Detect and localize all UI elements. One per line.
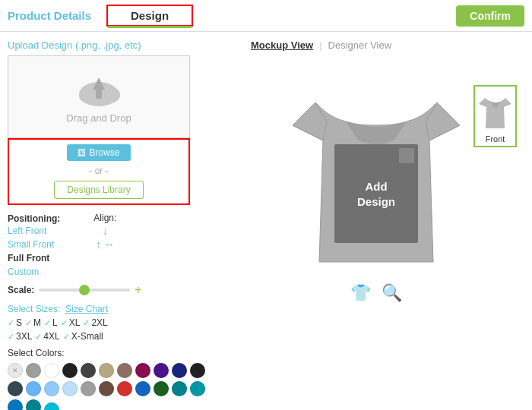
- color-swatch-21[interactable]: [190, 381, 205, 396]
- color-swatch-0[interactable]: ✕: [8, 363, 23, 378]
- svg-text:Design: Design: [357, 195, 395, 208]
- color-swatch-7[interactable]: [135, 363, 150, 378]
- color-swatch-10[interactable]: [190, 363, 205, 378]
- size-xl[interactable]: ✓XL: [61, 317, 81, 328]
- color-swatch-1[interactable]: [26, 363, 41, 378]
- align-horizontal: ↑ ↔: [96, 238, 115, 251]
- positioning-options: Left Front Small Front Full Front Custom: [8, 224, 63, 279]
- align-arrows: ↓ ↑ ↔: [96, 225, 115, 251]
- size-chart-link[interactable]: Size Chart: [65, 304, 108, 314]
- positioning-block: Positioning: Left Front Small Front Full…: [8, 213, 63, 279]
- color-swatch-9[interactable]: [172, 363, 187, 378]
- color-swatch-18[interactable]: [135, 381, 150, 396]
- colors-grid: ✕: [8, 363, 205, 410]
- upload-drop-area[interactable]: Drag and Drop: [8, 55, 190, 138]
- align-label: Align:: [93, 213, 116, 223]
- colors-title: Select Colors:: [8, 348, 228, 358]
- color-swatch-8[interactable]: [154, 363, 169, 378]
- sizes-row: ✓S ✓M ✓L ✓XL ✓2XL: [8, 317, 228, 328]
- color-swatch-17[interactable]: [117, 381, 132, 396]
- color-swatch-20[interactable]: [172, 381, 187, 396]
- color-swatch-2[interactable]: [44, 363, 59, 378]
- color-swatch-12[interactable]: [26, 381, 41, 396]
- color-swatch-22[interactable]: [8, 399, 23, 410]
- size-3xl[interactable]: ✓3XL: [8, 331, 32, 342]
- browse-button[interactable]: 🖼 Browse: [67, 144, 130, 161]
- color-swatch-6[interactable]: [117, 363, 132, 378]
- color-swatch-13[interactable]: [44, 381, 59, 396]
- size-s[interactable]: ✓S: [8, 317, 22, 328]
- color-swatch-19[interactable]: [154, 381, 169, 396]
- pos-custom[interactable]: Custom: [8, 265, 63, 279]
- tshirt-svg: Add Design: [277, 57, 475, 277]
- arrow-up[interactable]: ↑: [96, 238, 101, 251]
- or-separator: - or -: [89, 166, 108, 176]
- sizes-title: Select Sizes: Size Chart: [8, 304, 108, 314]
- upload-title: Upload Design (.png, .jpg, etc): [8, 39, 228, 51]
- image-icon: 🖼: [78, 148, 86, 157]
- color-swatch-3[interactable]: [62, 363, 78, 378]
- size-2xl[interactable]: ✓2XL: [83, 317, 107, 328]
- scale-slider[interactable]: [39, 289, 130, 292]
- color-swatch-4[interactable]: [81, 363, 96, 378]
- sizes-row-2: ✓3XL ✓4XL ✓X-Small: [8, 331, 228, 342]
- scale-label: Scale:: [8, 285, 34, 295]
- thumbnail-area: Front: [473, 85, 517, 147]
- right-panel: Mockup View | Designer View Add: [228, 39, 524, 402]
- arrow-center-h[interactable]: ↔: [104, 238, 115, 251]
- tshirt-icon[interactable]: 👕: [350, 283, 371, 303]
- svg-rect-6: [399, 148, 414, 163]
- positioning-row: Positioning: Left Front Small Front Full…: [8, 213, 228, 279]
- scale-section: Scale: +: [8, 283, 228, 297]
- mockup-icons: 👕 🔍: [350, 283, 402, 303]
- size-4xl[interactable]: ✓4XL: [35, 331, 59, 342]
- sizes-header: Select Sizes: Size Chart: [8, 303, 228, 314]
- pos-small-front[interactable]: Small Front: [8, 238, 63, 251]
- browse-library-wrapper: 🖼 Browse - or - Designs Library: [8, 138, 190, 205]
- color-swatch-11[interactable]: [8, 381, 23, 396]
- drag-drop-text: Drag and Drop: [66, 112, 131, 124]
- mockup-header: Mockup View | Designer View: [251, 39, 391, 51]
- designer-view-link[interactable]: Designer View: [328, 39, 392, 51]
- positioning-label: Positioning:: [8, 213, 60, 224]
- color-swatch-16[interactable]: [99, 381, 114, 396]
- svg-point-1: [79, 88, 97, 103]
- confirm-button[interactable]: Confirm: [456, 5, 524, 27]
- product-details-tab[interactable]: Product Details: [8, 9, 91, 22]
- thumbnail-label: Front: [477, 134, 513, 144]
- mockup-view-link[interactable]: Mockup View: [251, 39, 313, 51]
- pos-full-front[interactable]: Full Front: [8, 251, 63, 265]
- sizes-section: Select Sizes: Size Chart ✓S ✓M ✓L ✓XL ✓2…: [8, 303, 228, 342]
- zoom-icon[interactable]: 🔍: [382, 283, 402, 303]
- scale-plus-icon[interactable]: +: [135, 283, 141, 297]
- thumbnail-tshirt: [477, 89, 513, 131]
- color-swatch-14[interactable]: [62, 381, 78, 396]
- tshirt-mockup: Add Design: [277, 57, 475, 277]
- main-content: Upload Design (.png, .jpg, etc) Drag and…: [0, 32, 532, 410]
- positioning-section: Positioning: Left Front Small Front Full…: [8, 213, 228, 297]
- color-swatch-15[interactable]: [81, 381, 96, 396]
- size-m[interactable]: ✓M: [25, 317, 41, 328]
- design-tab[interactable]: Design: [106, 5, 193, 27]
- align-section: Align: ↓ ↑ ↔: [93, 213, 116, 251]
- pos-left-front[interactable]: Left Front: [8, 224, 63, 238]
- color-swatch-23[interactable]: [26, 399, 41, 410]
- svg-text:Add: Add: [365, 180, 387, 193]
- cloud-icon: [72, 68, 125, 109]
- app-header: Product Details Design Confirm: [0, 0, 532, 32]
- designs-library-button[interactable]: Designs Library: [54, 181, 143, 199]
- colors-section: Select Colors: ✕: [8, 348, 228, 410]
- size-xsmall[interactable]: ✓X-Small: [63, 331, 103, 342]
- left-panel: Upload Design (.png, .jpg, etc) Drag and…: [8, 39, 228, 402]
- color-swatch-cyan[interactable]: [44, 402, 59, 410]
- color-swatch-5[interactable]: [99, 363, 114, 378]
- thumbnail-box[interactable]: Front: [473, 85, 517, 147]
- size-l[interactable]: ✓L: [44, 317, 58, 328]
- arrow-down[interactable]: ↓: [103, 225, 108, 237]
